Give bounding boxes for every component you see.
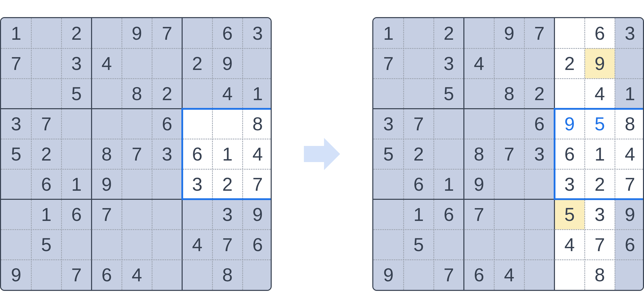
left_board-cell-r2-c0[interactable] [1, 79, 31, 109]
right_board-cell-r4-c0[interactable]: 5 [373, 139, 404, 169]
right_board-cell-r7-c0[interactable] [373, 229, 404, 260]
left_board-cell-r5-c2[interactable]: 1 [61, 169, 92, 199]
right_board-cell-r8-c4[interactable]: 4 [494, 260, 524, 290]
right_board-cell-r2-c3[interactable] [464, 79, 494, 109]
right_board-cell-r6-c7[interactable]: 3 [585, 199, 615, 229]
right_board-cell-r1-c5[interactable] [524, 48, 554, 79]
left_board-cell-r0-c7[interactable]: 6 [212, 18, 243, 48]
right_board-cell-r5-c1[interactable]: 6 [404, 169, 434, 199]
left_board-cell-r4-c0[interactable]: 5 [1, 139, 31, 169]
right_board-cell-r3-c0[interactable]: 3 [373, 109, 404, 139]
right_board-cell-r5-c8[interactable]: 7 [615, 169, 644, 199]
left_board-cell-r6-c1[interactable]: 1 [31, 199, 61, 229]
left_board-cell-r5-c4[interactable] [122, 169, 152, 199]
right_board-cell-r1-c6[interactable]: 2 [554, 48, 585, 79]
right_board-cell-r6-c8[interactable]: 9 [615, 199, 644, 229]
right_board-cell-r8-c5[interactable] [524, 260, 554, 290]
left_board-cell-r7-c6[interactable]: 4 [182, 229, 212, 260]
right_board-cell-r6-c0[interactable] [373, 199, 404, 229]
right_board-cell-r0-c2[interactable]: 2 [434, 18, 464, 48]
left_board-cell-r3-c5[interactable]: 6 [152, 109, 182, 139]
right_board-cell-r3-c1[interactable]: 7 [404, 109, 434, 139]
left_board-cell-r6-c3[interactable]: 7 [92, 199, 122, 229]
left_board-cell-r1-c5[interactable] [152, 48, 182, 79]
right_board-cell-r2-c4[interactable]: 8 [494, 79, 524, 109]
left_board-cell-r6-c7[interactable]: 3 [212, 199, 243, 229]
right_board-cell-r2-c6[interactable] [554, 79, 585, 109]
right_board-cell-r4-c6[interactable]: 6 [554, 139, 585, 169]
right_board-cell-r8-c8[interactable] [615, 260, 644, 290]
right_board-cell-r3-c2[interactable] [434, 109, 464, 139]
left_board-cell-r7-c5[interactable] [152, 229, 182, 260]
left_board-cell-r8-c6[interactable] [182, 260, 212, 290]
right_board-cell-r0-c3[interactable] [464, 18, 494, 48]
right_board-cell-r6-c6[interactable]: 5 [554, 199, 585, 229]
right_board-cell-r7-c6[interactable]: 4 [554, 229, 585, 260]
right_board-cell-r2-c1[interactable] [404, 79, 434, 109]
right_board-cell-r2-c8[interactable]: 1 [615, 79, 644, 109]
left_board-cell-r4-c2[interactable] [61, 139, 92, 169]
right_board-cell-r5-c0[interactable] [373, 169, 404, 199]
right_board-cell-r4-c5[interactable]: 3 [524, 139, 554, 169]
right_board-cell-r6-c2[interactable]: 6 [434, 199, 464, 229]
left_board-cell-r4-c3[interactable]: 8 [92, 139, 122, 169]
left_board-cell-r6-c0[interactable] [1, 199, 31, 229]
right_board-cell-r8-c6[interactable] [554, 260, 585, 290]
left_board-cell-r8-c1[interactable] [31, 260, 61, 290]
right_board-cell-r4-c3[interactable]: 8 [464, 139, 494, 169]
right_board-cell-r8-c3[interactable]: 6 [464, 260, 494, 290]
right_board-cell-r2-c2[interactable]: 5 [434, 79, 464, 109]
right_board-cell-r5-c6[interactable]: 3 [554, 169, 585, 199]
left_board-cell-r5-c1[interactable]: 6 [31, 169, 61, 199]
right_board-cell-r7-c4[interactable] [494, 229, 524, 260]
left_board-cell-r2-c4[interactable]: 8 [122, 79, 152, 109]
right_board-cell-r0-c7[interactable]: 6 [585, 18, 615, 48]
left_board-cell-r4-c4[interactable]: 7 [122, 139, 152, 169]
left_board-cell-r3-c6[interactable] [182, 109, 212, 139]
right_board-cell-r8-c2[interactable]: 7 [434, 260, 464, 290]
right_board-cell-r1-c8[interactable] [615, 48, 644, 79]
left_board-cell-r3-c7[interactable] [212, 109, 243, 139]
left_board-cell-r6-c8[interactable]: 9 [243, 199, 272, 229]
right_board-cell-r1-c7[interactable]: 9 [585, 48, 615, 79]
left_board-cell-r3-c4[interactable] [122, 109, 152, 139]
right_board-cell-r4-c8[interactable]: 4 [615, 139, 644, 169]
left_board-cell-r1-c4[interactable] [122, 48, 152, 79]
right_board-cell-r5-c3[interactable]: 9 [464, 169, 494, 199]
left_board-cell-r4-c5[interactable]: 3 [152, 139, 182, 169]
left_board-cell-r3-c0[interactable]: 3 [1, 109, 31, 139]
left_board-cell-r4-c7[interactable]: 1 [212, 139, 243, 169]
left_board-cell-r4-c1[interactable]: 2 [31, 139, 61, 169]
right_board-cell-r3-c5[interactable]: 6 [524, 109, 554, 139]
right_board-cell-r0-c1[interactable] [404, 18, 434, 48]
left_board-cell-r0-c5[interactable]: 7 [152, 18, 182, 48]
left_board-cell-r5-c8[interactable]: 7 [243, 169, 272, 199]
left_board-cell-r2-c6[interactable] [182, 79, 212, 109]
right_board-cell-r3-c3[interactable] [464, 109, 494, 139]
left_board-cell-r1-c7[interactable]: 9 [212, 48, 243, 79]
left_board-cell-r8-c7[interactable]: 8 [212, 260, 243, 290]
right_board-cell-r6-c3[interactable]: 7 [464, 199, 494, 229]
left_board-cell-r8-c0[interactable]: 9 [1, 260, 31, 290]
left_board-cell-r1-c1[interactable] [31, 48, 61, 79]
left_board-cell-r7-c2[interactable] [61, 229, 92, 260]
right_board-cell-r4-c4[interactable]: 7 [494, 139, 524, 169]
left_board-cell-r2-c1[interactable] [31, 79, 61, 109]
left_board-cell-r0-c8[interactable]: 3 [243, 18, 272, 48]
left_board-cell-r6-c2[interactable]: 6 [61, 199, 92, 229]
left_board-cell-r5-c7[interactable]: 2 [212, 169, 243, 199]
right_board-cell-r0-c5[interactable]: 7 [524, 18, 554, 48]
right_board-cell-r6-c1[interactable]: 1 [404, 199, 434, 229]
left_board-cell-r4-c6[interactable]: 6 [182, 139, 212, 169]
left_board-cell-r2-c2[interactable]: 5 [61, 79, 92, 109]
left_board-cell-r6-c4[interactable] [122, 199, 152, 229]
left_board-cell-r1-c3[interactable]: 4 [92, 48, 122, 79]
right_board-cell-r5-c4[interactable] [494, 169, 524, 199]
left_board-cell-r3-c8[interactable]: 8 [243, 109, 272, 139]
right_board-cell-r1-c2[interactable]: 3 [434, 48, 464, 79]
left_board-cell-r2-c8[interactable]: 1 [243, 79, 272, 109]
left_board-cell-r3-c1[interactable]: 7 [31, 109, 61, 139]
left_board-cell-r7-c1[interactable]: 5 [31, 229, 61, 260]
left_board-cell-r5-c0[interactable] [1, 169, 31, 199]
left_board-cell-r0-c4[interactable]: 9 [122, 18, 152, 48]
